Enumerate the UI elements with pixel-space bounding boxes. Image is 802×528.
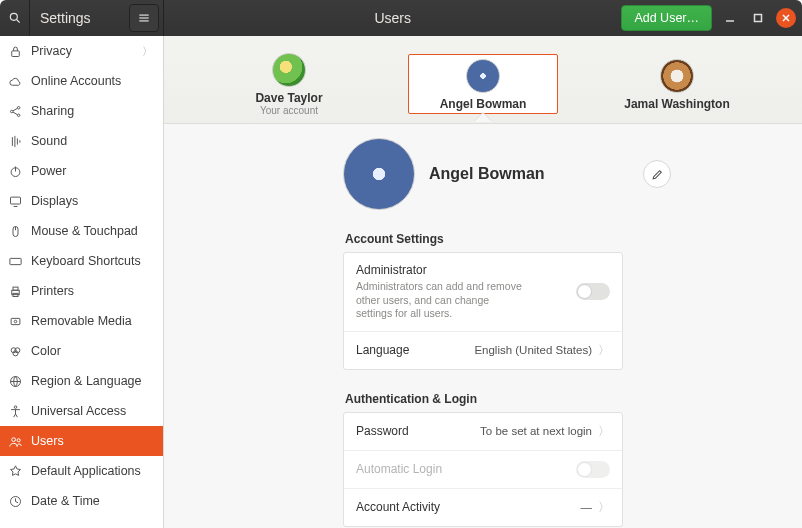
sidebar-item-printer[interactable]: Printers	[0, 276, 163, 306]
search-icon	[8, 11, 22, 25]
sidebar-item-label: Region & Language	[31, 374, 142, 388]
activity-label: Account Activity	[356, 500, 440, 514]
edit-name-button[interactable]	[643, 160, 671, 188]
svg-line-39	[16, 501, 19, 502]
sidebar-item-sound[interactable]: Sound	[0, 126, 163, 156]
user-chip-subtitle: Your account	[260, 105, 318, 116]
user-chip-name: Jamal Washington	[624, 97, 730, 111]
app-title: Settings	[30, 10, 129, 26]
svg-rect-17	[11, 197, 21, 204]
user-avatar	[660, 59, 694, 93]
account-settings-title: Account Settings	[345, 232, 623, 246]
svg-line-13	[13, 108, 17, 111]
search-button[interactable]	[0, 0, 30, 36]
sidebar-item-keyboard[interactable]: Keyboard Shortcuts	[0, 246, 163, 276]
auth-login-section: Authentication & Login Password To be se…	[343, 388, 623, 528]
sidebar-item-label: Online Accounts	[31, 74, 121, 88]
profile-avatar[interactable]	[343, 138, 415, 210]
svg-line-1	[16, 20, 19, 23]
svg-point-0	[10, 13, 17, 20]
sidebar-item-media[interactable]: Removable Media	[0, 306, 163, 336]
titlebar-left: Settings	[0, 0, 164, 36]
sidebar-item-label: Removable Media	[31, 314, 132, 328]
add-user-button[interactable]: Add User…	[621, 5, 712, 31]
sidebar-item-region[interactable]: Region & Language	[0, 366, 163, 396]
chevron-right-icon: 〉	[598, 423, 610, 440]
svg-point-10	[11, 110, 14, 113]
sidebar-item-color[interactable]: Color	[0, 336, 163, 366]
sidebar-item-access[interactable]: Universal Access	[0, 396, 163, 426]
pencil-icon	[651, 168, 664, 181]
sidebar-item-label: Sharing	[31, 104, 74, 118]
user-chip[interactable]: Angel Bowman	[408, 54, 558, 114]
sidebar-item-label: Privacy	[31, 44, 72, 58]
svg-rect-26	[13, 287, 18, 290]
sidebar-item-cloud[interactable]: Online Accounts	[0, 66, 163, 96]
administrator-label: Administrator	[356, 263, 526, 277]
account-settings-panel: Administrator Administrators can add and…	[343, 252, 623, 370]
chevron-right-icon: 〉	[598, 342, 610, 359]
administrator-row: Administrator Administrators can add and…	[344, 253, 622, 332]
maximize-button[interactable]	[748, 8, 768, 28]
sidebar-item-power[interactable]: Power	[0, 156, 163, 186]
user-chip[interactable]: Dave TaylorYour account	[214, 48, 364, 119]
svg-rect-28	[11, 318, 20, 324]
page-title: Users	[164, 10, 621, 26]
minimize-button[interactable]	[720, 8, 740, 28]
user-chip-name: Dave Taylor	[255, 91, 322, 105]
sidebar-item-label: Sound	[31, 134, 67, 148]
auth-login-title: Authentication & Login	[345, 392, 623, 406]
sidebar-item-label: Users	[31, 434, 64, 448]
account-settings-section: Account Settings Administrator Administr…	[343, 228, 623, 388]
sidebar-item-label: Keyboard Shortcuts	[31, 254, 141, 268]
auto-login-toggle	[576, 461, 610, 478]
activity-row[interactable]: Account Activity — 〉	[344, 489, 622, 526]
sidebar-item-date[interactable]: Date & Time	[0, 486, 163, 516]
svg-point-36	[17, 438, 20, 441]
password-value: To be set at next login	[480, 425, 592, 437]
user-avatar	[466, 59, 500, 93]
auto-login-label: Automatic Login	[356, 462, 442, 476]
user-chip[interactable]: Jamal Washington	[602, 54, 752, 114]
maximize-icon	[753, 13, 763, 23]
main-panel: Dave TaylorYour accountAngel BowmanJamal…	[164, 36, 802, 528]
titlebar-right: Add User…	[621, 5, 802, 31]
minimize-icon	[725, 13, 735, 23]
language-row[interactable]: Language English (United States) 〉	[344, 332, 622, 369]
sidebar-item-privacy[interactable]: Privacy〉	[0, 36, 163, 66]
sidebar-item-label: Power	[31, 164, 66, 178]
password-row[interactable]: Password To be set at next login 〉	[344, 413, 622, 451]
sidebar-item-share[interactable]: Sharing	[0, 96, 163, 126]
auto-login-row: Automatic Login	[344, 451, 622, 489]
svg-point-35	[12, 437, 16, 441]
hamburger-button[interactable]	[129, 4, 159, 32]
content: Angel Bowman Account Settings Administra…	[164, 124, 802, 528]
svg-line-14	[13, 112, 17, 115]
sidebar-item-label: Printers	[31, 284, 74, 298]
sidebar-item-label: Mouse & Touchpad	[31, 224, 138, 238]
profile-name: Angel Bowman	[429, 165, 545, 183]
sidebar-item-mouse[interactable]: Mouse & Touchpad	[0, 216, 163, 246]
profile-header: Angel Bowman	[343, 138, 623, 210]
svg-point-12	[17, 114, 20, 117]
chevron-right-icon: 〉	[142, 44, 153, 59]
close-button[interactable]	[776, 8, 796, 28]
svg-rect-6	[755, 15, 762, 22]
sidebar-item-displays[interactable]: Displays	[0, 186, 163, 216]
sidebar-item-users[interactable]: Users	[0, 426, 163, 456]
sidebar-item-label: Date & Time	[31, 494, 100, 508]
language-value: English (United States)	[474, 344, 592, 356]
close-icon	[781, 13, 791, 23]
user-avatar	[272, 53, 306, 87]
hamburger-icon	[137, 11, 151, 25]
activity-value: —	[581, 501, 593, 513]
svg-rect-9	[12, 50, 20, 56]
svg-point-34	[14, 405, 17, 408]
chevron-right-icon: 〉	[598, 499, 610, 516]
sidebar-item-label: Displays	[31, 194, 78, 208]
svg-point-11	[17, 106, 20, 109]
auth-login-panel: Password To be set at next login 〉 Autom…	[343, 412, 623, 527]
administrator-toggle[interactable]	[576, 283, 610, 300]
sidebar-item-default[interactable]: Default Applications	[0, 456, 163, 486]
user-chip-name: Angel Bowman	[440, 97, 527, 111]
